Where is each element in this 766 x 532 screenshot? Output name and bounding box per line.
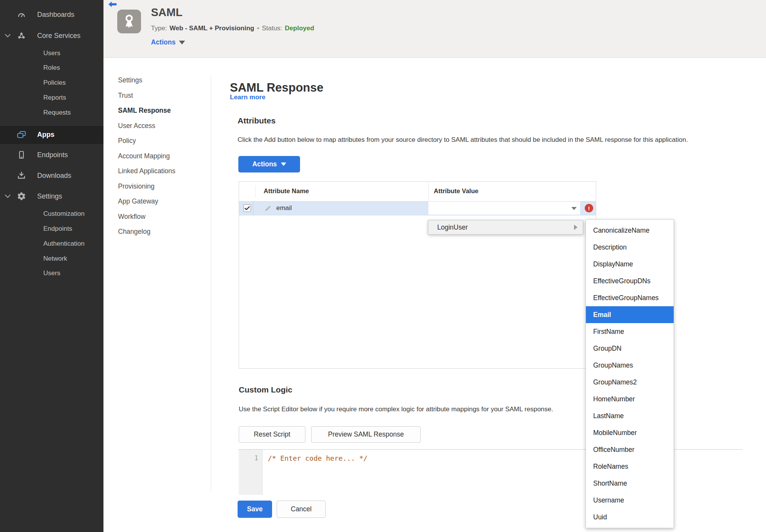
attributes-actions-button[interactable]: Actions (238, 156, 300, 172)
cancel-label: Cancel (291, 505, 312, 513)
section-title: SAML Response (230, 81, 323, 95)
status-label: Status: (262, 25, 282, 32)
menu-item-email[interactable]: Email (586, 306, 674, 323)
learn-more-link[interactable]: Learn more (230, 94, 266, 101)
menu-item-shortname[interactable]: ShortName (586, 475, 674, 492)
save-button[interactable]: Save (238, 501, 272, 518)
sidebar-item-requests[interactable]: Requests (0, 106, 103, 119)
editor-code[interactable]: /* Enter code here... */ (268, 454, 367, 462)
sidebar-item-label: Endpoints (43, 225, 72, 233)
sidebar-item-authentication[interactable]: Authentication (0, 237, 103, 250)
menu-item-officenumber[interactable]: OfficeNumber (586, 441, 674, 458)
save-label: Save (247, 505, 263, 513)
attributes-description: Click the Add button below to map attrib… (238, 136, 688, 144)
attribute-value-dropdown[interactable] (428, 202, 580, 215)
tab-settings[interactable]: Settings (118, 73, 176, 88)
cancel-button[interactable]: Cancel (277, 501, 326, 518)
sidebar-item-label: Policies (43, 79, 66, 87)
tab-user-access[interactable]: User Access (118, 118, 176, 134)
menu-item-canonicalizename[interactable]: CanonicalizeName (586, 222, 674, 239)
menu-item-firstname[interactable]: FirstName (586, 323, 674, 340)
menu-item-groupnames2[interactable]: GroupNames2 (586, 374, 674, 391)
sidebar-item-settings-users[interactable]: Users (0, 267, 103, 280)
attribute-name-cell: email (276, 204, 292, 212)
device-icon (16, 150, 27, 159)
sidebar-item-label: Endpoints (37, 151, 68, 159)
sidebar-item-label: Users (43, 49, 60, 57)
core-services-icon (16, 31, 27, 40)
app-window: Dashboards Core Services Users Roles Pol… (0, 0, 766, 532)
sidebar-item-roles[interactable]: Roles (0, 61, 103, 74)
menu-item-lastname[interactable]: LastName (586, 407, 674, 424)
sidebar-item-settings-endpoints[interactable]: Endpoints (0, 222, 103, 235)
sidebar-item-label: Apps (37, 131, 54, 139)
tab-policy[interactable]: Policy (118, 133, 176, 149)
apps-icon (16, 130, 27, 139)
sidebar-item-label: Roles (43, 64, 60, 72)
tab-app-gateway[interactable]: App Gateway (118, 194, 176, 209)
gear-icon (16, 192, 27, 201)
app-meta: Type: Web - SAML + Provisioning • Status… (151, 25, 314, 32)
sidebar-item-label: Core Services (37, 32, 80, 40)
app-subnav: Settings Trust SAML Response User Access… (118, 73, 176, 240)
dot-separator: • (257, 25, 259, 32)
sidebar-item-label: Settings (37, 192, 62, 200)
tab-changelog[interactable]: Changelog (118, 224, 176, 240)
vertical-divider (211, 75, 211, 491)
sidebar-item-reports[interactable]: Reports (0, 91, 103, 104)
column-header-attribute-value: Attribute Value (434, 187, 478, 195)
reset-script-button[interactable]: Reset Script (239, 426, 305, 443)
sidebar-item-customization[interactable]: Customization (0, 207, 103, 220)
tab-saml-response[interactable]: SAML Response (118, 103, 176, 118)
menu-item-groupdn[interactable]: GroupDN (586, 340, 674, 357)
table-header: Attribute Name Attribute Value (239, 182, 596, 202)
dropdown-caret-icon (571, 207, 577, 210)
sidebar-item-policies[interactable]: Policies (0, 76, 103, 89)
menu-item-homenumber[interactable]: HomeNumber (586, 391, 674, 407)
attributes-table: Attribute Name Attribute Value email ! (239, 181, 596, 369)
menu-item-groupnames[interactable]: GroupNames (586, 357, 674, 374)
editor-gutter: 1 (239, 450, 262, 495)
menu-item-displayname[interactable]: DisplayName (586, 256, 674, 273)
edit-pencil-icon[interactable] (264, 204, 272, 213)
status-badge: Deployed (285, 25, 314, 32)
table-row[interactable]: email ! (239, 202, 596, 215)
custom-logic-heading: Custom Logic (239, 385, 292, 394)
sidebar-item-endpoints[interactable]: Endpoints (0, 147, 103, 163)
menu-item-uuid[interactable]: Uuid (586, 509, 674, 525)
menu-item-rolenames[interactable]: RoleNames (586, 458, 674, 475)
menu-item-mobilenumber[interactable]: MobileNumber (586, 424, 674, 441)
reset-script-label: Reset Script (254, 430, 290, 438)
context-menu-loginuser[interactable]: LoginUser (428, 220, 583, 235)
tab-linked-applications[interactable]: Linked Applications (118, 164, 176, 179)
sidebar-item-network[interactable]: Network (0, 252, 103, 265)
menu-item-description[interactable]: Description (586, 239, 674, 256)
sidebar-item-users[interactable]: Users (0, 47, 103, 60)
sidebar-item-apps[interactable]: Apps (0, 125, 103, 144)
menu-item-effectivegroupdns[interactable]: EffectiveGroupDNs (586, 273, 674, 289)
line-number: 1 (254, 454, 258, 462)
column-header-attribute-name: Attribute Name (264, 187, 309, 195)
chevron-down-icon (5, 194, 11, 198)
chevron-down-icon (281, 163, 286, 166)
error-icon: ! (585, 204, 593, 212)
tab-provisioning[interactable]: Provisioning (118, 179, 176, 194)
tab-workflow[interactable]: Workflow (118, 209, 176, 225)
tab-account-mapping[interactable]: Account Mapping (118, 149, 176, 164)
header-actions-menu[interactable]: Actions (151, 38, 185, 46)
attributes-heading: Attributes (238, 116, 276, 125)
tab-trust[interactable]: Trust (118, 88, 176, 103)
sidebar-item-settings[interactable]: Settings (0, 189, 103, 204)
preview-saml-response-button[interactable]: Preview SAML Response (311, 426, 421, 443)
menu-item-effectivegroupnames[interactable]: EffectiveGroupNames (586, 289, 674, 306)
preview-saml-response-label: Preview SAML Response (328, 430, 404, 438)
sidebar-item-downloads[interactable]: Downloads (0, 168, 103, 183)
sidebar: Dashboards Core Services Users Roles Pol… (0, 0, 103, 532)
back-arrow-icon[interactable] (108, 2, 118, 8)
menu-item-username[interactable]: Username (586, 492, 674, 509)
sidebar-item-label: Customization (43, 210, 85, 218)
sidebar-item-dashboards[interactable]: Dashboards (0, 7, 103, 22)
sidebar-item-label: Dashboards (37, 11, 74, 19)
row-checkbox[interactable] (243, 204, 251, 212)
sidebar-item-core-services[interactable]: Core Services (0, 28, 103, 43)
